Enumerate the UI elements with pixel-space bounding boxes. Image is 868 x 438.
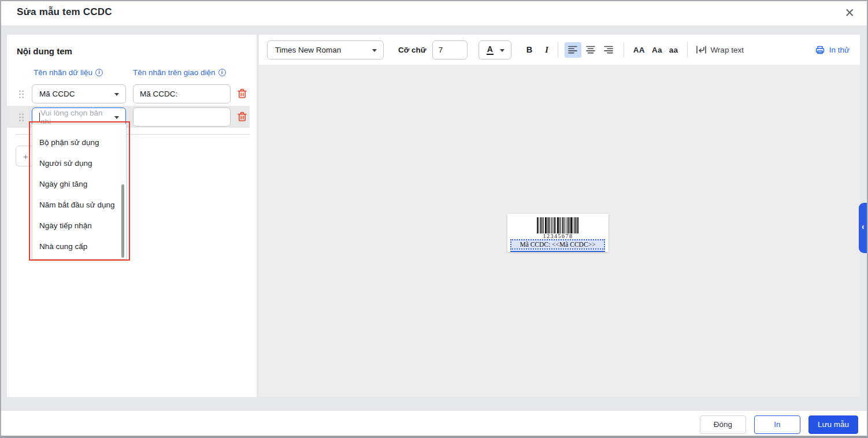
barcode[interactable] [537, 217, 578, 233]
dropdown-item[interactable]: Ngày tiếp nhận [32, 216, 126, 236]
title-bar: Sửa mẫu tem CCDC × [0, 0, 868, 26]
align-right-button[interactable] [600, 42, 617, 58]
printer-icon [815, 45, 825, 55]
data-field-select-1-value: Mã CCDC [39, 90, 75, 98]
ui-label-input-1[interactable] [133, 84, 231, 103]
label-content-panel: Nội dung tem Tên nhãn dữ liệu i Tên nhãn… [7, 35, 257, 397]
drag-handle-icon[interactable] [18, 113, 24, 122]
delete-row-button[interactable] [236, 87, 248, 100]
data-field-dropdown: Bộ phận sử dụng Người sử dụng Ngày ghi t… [32, 124, 127, 259]
font-color-label: A [487, 45, 494, 55]
align-left-button[interactable] [565, 42, 581, 58]
wrap-text-button[interactable]: Wrap text [696, 45, 744, 54]
delete-row-button[interactable] [236, 110, 248, 123]
info-icon[interactable]: i [95, 69, 103, 76]
collapse-panel-tab[interactable]: ‹ [859, 203, 868, 253]
align-center-button[interactable] [583, 42, 599, 58]
font-family-select[interactable]: Times New Roman [267, 40, 384, 60]
add-field-button-label: + [23, 151, 28, 161]
divider [624, 42, 624, 57]
wrap-text-icon [696, 45, 707, 54]
font-family-value: Times New Roman [275, 46, 341, 54]
data-field-select-1[interactable]: Mã CCDC [32, 84, 126, 103]
dropdown-scrollbar[interactable] [121, 184, 124, 258]
barcode-number: 12345678 [507, 233, 609, 239]
label-preview-card: 12345678 Mã CCDC: <<Mã CCDC>> [507, 214, 609, 252]
edit-template-modal: Sửa mẫu tem CCDC × Nội dung tem Tên nhãn… [0, 0, 868, 438]
save-template-button[interactable]: Lưu mẫu [808, 415, 858, 434]
format-toolbar: Times New Roman Cỡ chữ A B I AA Aa aa [259, 35, 860, 65]
capitalize-button[interactable]: Aa [652, 46, 662, 54]
chevron-down-icon [114, 93, 119, 96]
print-test-button[interactable]: In thử [815, 45, 850, 55]
info-icon[interactable]: i [218, 69, 226, 76]
modal-title: Sửa mẫu tem CCDC [17, 6, 112, 18]
bold-button[interactable]: B [523, 43, 536, 57]
footer-bar: Đóng In Lưu mẫu [0, 410, 868, 438]
chevron-down-icon [114, 116, 119, 119]
italic-button[interactable]: I [541, 43, 552, 57]
label-next-element[interactable] [510, 251, 605, 252]
print-button[interactable]: In [754, 415, 800, 434]
label-row-1: Mã CCDC [7, 83, 250, 105]
align-center-icon [585, 45, 596, 54]
chevron-left-icon: ‹ [862, 222, 865, 231]
chevron-down-icon [500, 49, 505, 52]
ui-label-text: Tên nhãn trên giao diện [133, 68, 216, 77]
align-left-icon [567, 45, 578, 54]
align-right-icon [603, 45, 614, 54]
drag-handle-icon[interactable] [18, 90, 24, 99]
uppercase-button[interactable]: AA [633, 46, 645, 54]
dropdown-item[interactable]: Người sử dụng [32, 153, 126, 174]
panel-heading: Nội dung tem [17, 46, 72, 56]
chevron-down-icon [372, 49, 377, 52]
divider [687, 42, 688, 57]
wrap-text-label: Wrap text [710, 46, 744, 54]
template-preview-area: 12345678 Mã CCDC: <<Mã CCDC>> [259, 65, 860, 397]
dropdown-item[interactable]: Bộ phận sử dụng [32, 132, 126, 153]
print-test-label: In thử [829, 46, 850, 54]
font-size-input[interactable] [432, 40, 468, 60]
dropdown-item[interactable]: Năm bắt đầu sử dụng [32, 195, 126, 216]
text-cursor [39, 113, 40, 122]
close-icon[interactable]: × [845, 3, 854, 23]
dropdown-item[interactable]: Nhà cung cấp [32, 236, 126, 257]
data-field-select-2-placeholder: Vui lòng chọn bản ghi [40, 109, 110, 126]
font-color-button[interactable]: A [478, 40, 511, 60]
font-size-label: Cỡ chữ [398, 46, 426, 54]
label-text-element[interactable]: Mã CCDC: <<Mã CCDC>> [510, 239, 605, 250]
lowercase-button[interactable]: aa [669, 46, 678, 54]
ui-label-column-header: Tên nhãn trên giao diện i [133, 68, 226, 77]
divider [558, 42, 558, 57]
ui-label-input-2[interactable] [133, 107, 231, 127]
data-label-column-header: Tên nhãn dữ liệu i [34, 68, 103, 77]
dropdown-item[interactable]: Ngày ghi tăng [32, 174, 126, 195]
data-label-text: Tên nhãn dữ liệu [34, 68, 92, 77]
close-button[interactable]: Đóng [700, 415, 746, 434]
